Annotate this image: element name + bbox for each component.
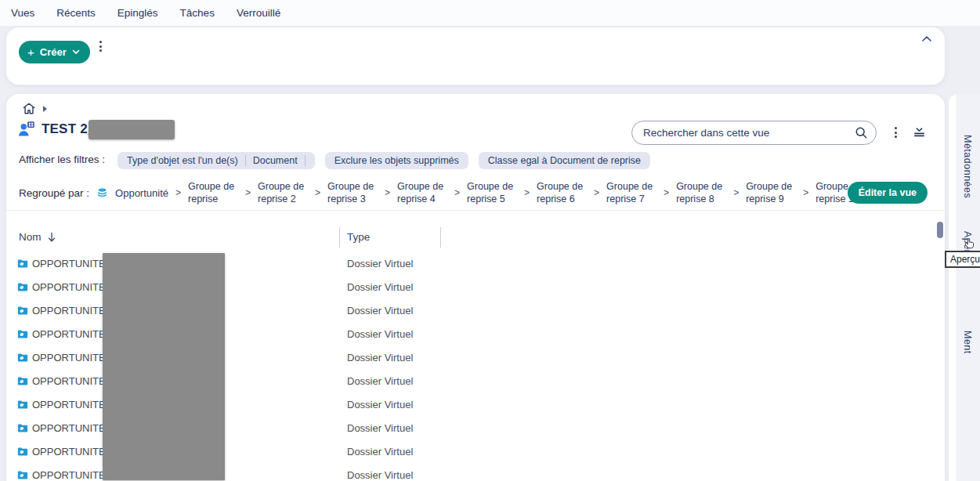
workspace-user-icon xyxy=(17,121,35,137)
group-separator: > xyxy=(524,187,530,198)
nav-item-recents[interactable]: Récents xyxy=(56,7,96,19)
group-item-2[interactable]: Groupe de reprise 2 xyxy=(258,180,308,205)
group-item-3[interactable]: Groupe de reprise 3 xyxy=(327,180,378,205)
row-name: OPPORTUNITE - xyxy=(32,328,112,340)
filters-row: Afficher les filtres : xyxy=(19,154,105,165)
chip-segment: Document xyxy=(253,155,298,166)
breadcrumb-arrow-icon xyxy=(43,106,47,112)
chip-segment: Exclure les objets supprimés xyxy=(335,155,459,166)
group-by-row: Regroupé par : Opportunité > Groupe de r… xyxy=(19,177,866,208)
filter-chips: Type d'objet est l'un de(s) Document Exc… xyxy=(118,152,650,169)
filter-chip-class-equals[interactable]: Classe egal à Document de reprise xyxy=(479,152,650,169)
column-divider[interactable] xyxy=(440,227,441,248)
group-separator: > xyxy=(733,187,739,198)
virtual-folder-icon xyxy=(17,470,28,480)
row-name: OPPORTUNITE - xyxy=(32,399,112,410)
chip-divider xyxy=(245,155,246,166)
sort-descending-icon[interactable] xyxy=(48,232,56,242)
tab-metadonnees[interactable]: Métadonnées xyxy=(962,135,973,198)
column-label: Nom xyxy=(19,231,42,243)
title-row: TEST 2_ xyxy=(17,121,95,137)
right-side-panel: Métadonnées Aperçu Ment xyxy=(949,94,980,481)
virtual-folder-icon xyxy=(17,306,28,316)
chevron-down-icon xyxy=(72,49,80,55)
group-item-9[interactable]: Groupe de reprise 9 xyxy=(746,180,796,205)
hand-cursor-icon xyxy=(964,237,975,251)
apercu-tooltip: Aperçu xyxy=(945,251,980,268)
toolbar-card: + Créer xyxy=(6,27,945,85)
filter-chip-object-type[interactable]: Type d'objet est l'un de(s) Document xyxy=(118,152,315,169)
group-separator: > xyxy=(803,187,808,198)
row-type: Dossier Virtuel xyxy=(347,375,413,387)
group-separator: > xyxy=(385,187,390,198)
column-label: Type xyxy=(347,231,370,243)
row-type: Dossier Virtuel xyxy=(347,446,413,457)
search-box xyxy=(631,121,877,145)
layers-icon xyxy=(96,187,108,199)
filter-chip-exclude-deleted[interactable]: Exclure les objets supprimés xyxy=(325,152,468,169)
row-type: Dossier Virtuel xyxy=(347,281,413,293)
group-root[interactable]: Opportunité xyxy=(115,187,168,199)
nav-item-verrouille[interactable]: Verrouillé xyxy=(237,7,280,19)
home-icon[interactable] xyxy=(22,102,36,115)
group-separator: > xyxy=(664,187,669,198)
row-type: Dossier Virtuel xyxy=(347,305,413,316)
group-separator: > xyxy=(245,187,251,198)
row-type: Dossier Virtuel xyxy=(347,422,413,434)
group-item-1[interactable]: Groupe de reprise xyxy=(188,180,238,205)
page-title: TEST 2_ xyxy=(42,121,95,137)
group-item-5[interactable]: Groupe de reprise 5 xyxy=(467,180,517,205)
nav-item-vues[interactable]: Vues xyxy=(11,7,34,19)
row-name: OPPORTUNITE - xyxy=(32,446,112,457)
row-type: Dossier Virtuel xyxy=(347,469,413,481)
row-name: OPPORTUNITE - xyxy=(32,305,112,316)
row-name: OPPORTUNITE - xyxy=(32,375,112,387)
group-item-6[interactable]: Groupe de reprise 6 xyxy=(537,180,587,205)
search-input[interactable] xyxy=(643,127,855,139)
row-name: OPPORTUNITE - xyxy=(32,422,112,434)
collapse-rows-icon[interactable] xyxy=(912,125,928,141)
search-icon[interactable] xyxy=(855,126,868,139)
content-divider xyxy=(6,210,945,211)
table-header: Nom Type xyxy=(6,226,945,249)
plus-icon: + xyxy=(27,46,34,58)
group-separator: > xyxy=(175,187,181,198)
create-button-label: Créer xyxy=(40,46,67,58)
group-item-4[interactable]: Groupe de reprise 4 xyxy=(397,180,447,205)
create-button[interactable]: + Créer xyxy=(19,41,90,63)
row-name: OPPORTUNITE - xyxy=(32,469,112,481)
virtual-folder-icon xyxy=(17,329,28,339)
title-redaction-box xyxy=(89,120,175,139)
top-navigation: Vues Récents Epinglés Tâches Verrouillé xyxy=(0,0,980,26)
group-item-8[interactable]: Groupe de reprise 8 xyxy=(676,180,726,205)
rows-redaction-box xyxy=(103,253,225,480)
breadcrumb xyxy=(22,102,47,115)
column-header-type[interactable]: Type xyxy=(347,231,370,243)
group-separator: > xyxy=(594,187,599,198)
nav-item-epingles[interactable]: Epinglés xyxy=(118,7,158,19)
column-header-nom[interactable]: Nom xyxy=(19,231,56,243)
row-name: OPPORTUNITE - xyxy=(32,352,112,363)
virtual-folder-icon xyxy=(17,282,28,292)
view-more-menu-icon[interactable] xyxy=(890,125,901,139)
toolbar-more-menu-icon[interactable] xyxy=(95,39,106,53)
row-type: Dossier Virtuel xyxy=(347,399,413,410)
nav-item-taches[interactable]: Tâches xyxy=(180,7,215,19)
virtual-folder-icon xyxy=(17,353,28,363)
virtual-folder-icon xyxy=(17,423,28,433)
edit-view-button[interactable]: Éditer la vue xyxy=(848,182,928,204)
row-type: Dossier Virtuel xyxy=(347,328,413,340)
tab-mentions[interactable]: Ment xyxy=(962,331,973,354)
virtual-folder-icon xyxy=(17,259,28,269)
row-type: Dossier Virtuel xyxy=(347,258,413,269)
collapse-toolbar-icon[interactable] xyxy=(921,35,937,49)
group-separator: > xyxy=(315,187,320,198)
chip-divider xyxy=(305,155,306,166)
row-name: OPPORTUNITE - xyxy=(32,258,112,269)
column-divider[interactable] xyxy=(339,227,340,248)
group-item-7[interactable]: Groupe de reprise 7 xyxy=(606,180,656,205)
document-list-card: TEST 2_ Afficher les filtres : Type d'ob… xyxy=(6,94,945,481)
vertical-scrollbar[interactable] xyxy=(937,222,943,238)
virtual-folder-icon xyxy=(17,376,28,386)
group-separator: > xyxy=(454,187,460,198)
